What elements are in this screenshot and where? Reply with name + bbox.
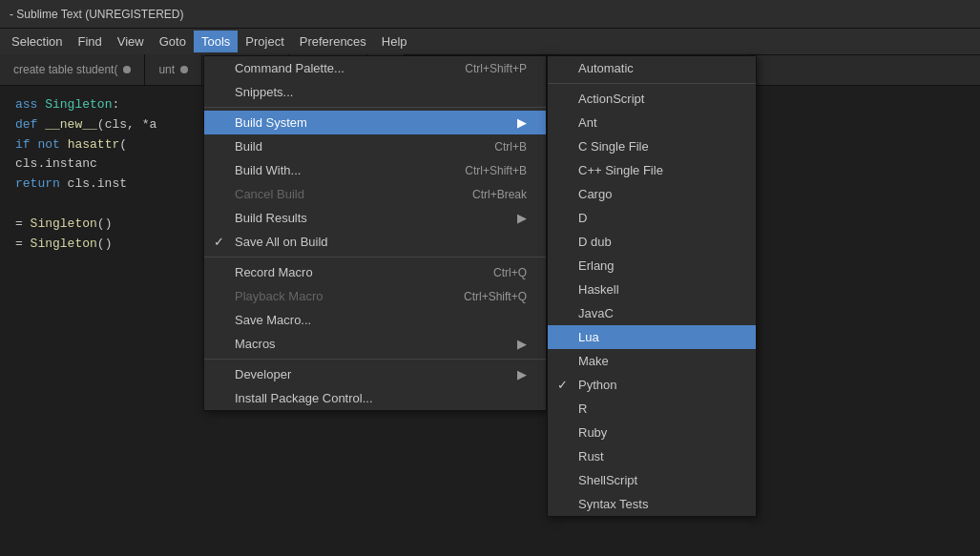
- python-check-icon: ✓: [557, 378, 568, 392]
- menu-item-build[interactable]: Build Ctrl+B: [204, 134, 546, 158]
- menu-item-d[interactable]: D: [548, 206, 756, 230]
- menu-item-d-dub[interactable]: D dub: [548, 230, 756, 254]
- cpp-single-file-label: C++ Single File: [578, 163, 663, 177]
- menu-find[interactable]: Find: [70, 31, 109, 52]
- menu-item-cargo[interactable]: Cargo: [548, 182, 756, 206]
- cargo-label: Cargo: [578, 187, 612, 201]
- menu-item-make[interactable]: Make: [548, 349, 756, 373]
- menu-item-build-with[interactable]: Build With... Ctrl+Shift+B: [204, 158, 546, 182]
- build-results-arrow: ▶: [517, 211, 527, 225]
- title-text: - Sublime Text (UNREGISTERED): [10, 8, 183, 21]
- ant-label: Ant: [578, 115, 597, 130]
- menu-bar: Selection Find View Goto Tools Project P…: [0, 29, 980, 55]
- separator-3: [204, 359, 546, 360]
- playback-macro-shortcut: Ctrl+Shift+Q: [464, 290, 527, 303]
- menu-item-c-single-file[interactable]: C Single File: [548, 134, 756, 158]
- snippets-label: Snippets...: [235, 85, 293, 99]
- title-bar: - Sublime Text (UNREGISTERED): [0, 0, 980, 29]
- build-results-label: Build Results: [235, 211, 307, 225]
- ruby-label: Ruby: [578, 425, 607, 440]
- syntax-tests-label: Syntax Tests: [578, 497, 648, 511]
- install-package-control-label: Install Package Control...: [235, 391, 373, 405]
- menu-item-build-results[interactable]: Build Results ▶: [204, 206, 546, 230]
- menu-item-syntax-tests[interactable]: Syntax Tests: [548, 492, 756, 516]
- record-macro-shortcut: Ctrl+Q: [493, 266, 527, 279]
- tab-1-label: create table student(: [13, 63, 117, 76]
- build-with-label: Build With...: [235, 163, 301, 177]
- save-all-label: Save All on Build: [235, 235, 328, 249]
- c-single-file-label: C Single File: [578, 139, 649, 154]
- build-system-label: Build System: [235, 115, 307, 130]
- actionscript-label: ActionScript: [578, 92, 644, 106]
- menu-item-ruby[interactable]: Ruby: [548, 421, 756, 444]
- command-palette-label: Command Palette...: [235, 61, 344, 75]
- tab-1[interactable]: create table student(: [0, 54, 145, 85]
- build-system-submenu: Automatic ActionScript Ant C Single File…: [547, 55, 757, 517]
- developer-label: Developer: [235, 367, 291, 381]
- menu-item-cpp-single-file[interactable]: C++ Single File: [548, 158, 756, 182]
- build-shortcut: Ctrl+B: [494, 140, 527, 154]
- make-label: Make: [578, 354, 609, 368]
- menu-goto[interactable]: Goto: [152, 31, 194, 52]
- haskell-label: Haskell: [578, 282, 619, 297]
- macros-arrow: ▶: [517, 337, 527, 351]
- save-macro-label: Save Macro...: [235, 313, 311, 327]
- macros-label: Macros: [235, 337, 276, 351]
- bs-separator-1: [548, 83, 756, 84]
- tab-1-dot: [123, 66, 131, 73]
- menu-item-save-macro[interactable]: Save Macro...: [204, 308, 546, 332]
- d-dub-label: D dub: [578, 235, 612, 249]
- menu-item-shellscript[interactable]: ShellScript: [548, 468, 756, 492]
- cancel-build-shortcut: Ctrl+Break: [472, 188, 527, 201]
- command-palette-shortcut: Ctrl+Shift+P: [465, 62, 527, 75]
- menu-item-javac[interactable]: JavaC: [548, 301, 756, 325]
- menu-view[interactable]: View: [110, 31, 152, 52]
- erlang-label: Erlang: [578, 258, 615, 273]
- menu-item-rust[interactable]: Rust: [548, 444, 756, 468]
- menu-item-build-system[interactable]: Build System ▶: [204, 111, 546, 134]
- menu-item-ant[interactable]: Ant: [548, 111, 756, 134]
- d-label: D: [578, 211, 587, 225]
- separator-1: [204, 107, 546, 108]
- menu-item-python[interactable]: ✓ Python: [548, 373, 756, 397]
- menu-item-r[interactable]: R: [548, 397, 756, 421]
- menu-tools[interactable]: Tools: [194, 31, 238, 52]
- menu-item-macros[interactable]: Macros ▶: [204, 332, 546, 356]
- automatic-label: Automatic: [578, 61, 634, 75]
- menu-item-automatic[interactable]: Automatic: [548, 56, 756, 80]
- tab-2-dot: [180, 66, 188, 73]
- r-label: R: [578, 402, 587, 416]
- menu-item-snippets[interactable]: Snippets...: [204, 80, 546, 104]
- menu-item-haskell[interactable]: Haskell: [548, 278, 756, 301]
- python-label: Python: [578, 378, 616, 392]
- menu-item-developer[interactable]: Developer ▶: [204, 362, 546, 386]
- menu-item-command-palette[interactable]: Command Palette... Ctrl+Shift+P: [204, 56, 546, 80]
- build-with-shortcut: Ctrl+Shift+B: [465, 164, 527, 177]
- tools-menu: Command Palette... Ctrl+Shift+P Snippets…: [203, 55, 547, 411]
- menu-preferences[interactable]: Preferences: [292, 31, 374, 52]
- menu-help[interactable]: Help: [374, 31, 415, 52]
- tab-2[interactable]: unt: [145, 54, 202, 85]
- menu-item-lua[interactable]: Lua: [548, 325, 756, 349]
- build-label: Build: [235, 139, 262, 154]
- menu-item-cancel-build: Cancel Build Ctrl+Break: [204, 182, 546, 206]
- record-macro-label: Record Macro: [235, 265, 313, 279]
- menu-item-record-macro[interactable]: Record Macro Ctrl+Q: [204, 260, 546, 284]
- lua-label: Lua: [578, 330, 599, 344]
- separator-2: [204, 257, 546, 257]
- menu-item-install-package-control[interactable]: Install Package Control...: [204, 386, 546, 410]
- javac-label: JavaC: [578, 306, 614, 320]
- developer-arrow: ▶: [517, 367, 527, 381]
- menu-item-erlang[interactable]: Erlang: [548, 254, 756, 278]
- menu-selection[interactable]: Selection: [4, 31, 70, 52]
- build-system-arrow: ▶: [517, 115, 527, 130]
- menu-item-playback-macro: Playback Macro Ctrl+Shift+Q: [204, 284, 546, 308]
- menu-item-save-all-on-build[interactable]: ✓ Save All on Build: [204, 230, 546, 254]
- cancel-build-label: Cancel Build: [235, 187, 304, 201]
- menu-item-actionscript[interactable]: ActionScript: [548, 87, 756, 111]
- playback-macro-label: Playback Macro: [235, 289, 323, 303]
- shellscript-label: ShellScript: [578, 473, 637, 487]
- menu-project[interactable]: Project: [238, 31, 291, 52]
- rust-label: Rust: [578, 449, 604, 463]
- tab-2-label: unt: [158, 63, 175, 76]
